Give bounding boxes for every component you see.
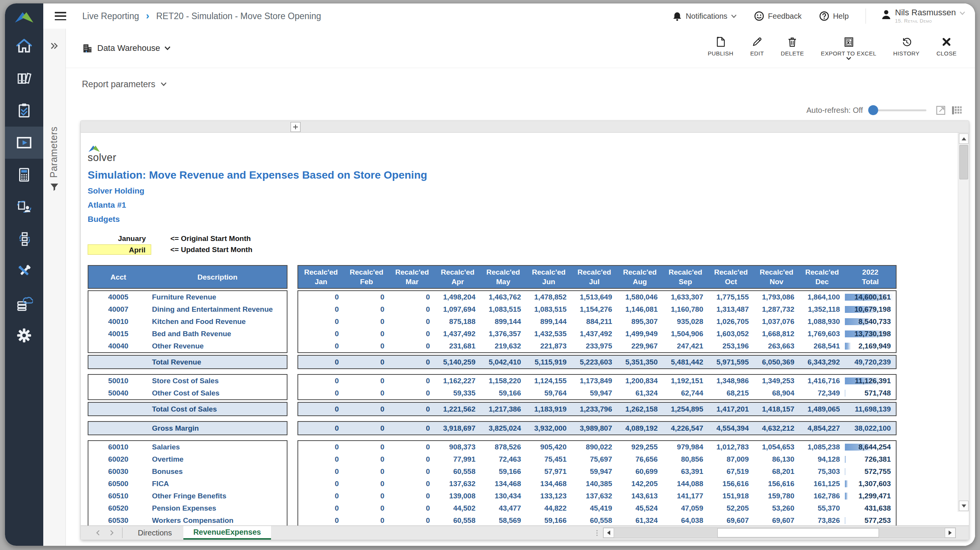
cell-description: Other Cost of Sales — [148, 389, 287, 397]
sidebar-item-tasks[interactable] — [5, 94, 43, 127]
section-left-box: Gross Margin — [88, 421, 287, 435]
sidebar-item-process[interactable] — [5, 223, 43, 255]
cell-month-value: 0 — [389, 405, 435, 413]
sidebar-item-library[interactable] — [5, 62, 43, 94]
header-month: Recalc'edMar — [389, 266, 435, 288]
sidebar-item-reports[interactable] — [5, 127, 43, 159]
cell-month-value: 60,699 — [617, 467, 663, 476]
cell-month-value: 69,607 — [754, 516, 799, 525]
cell-total-value: 38,022,100 — [845, 424, 896, 433]
cell-month-value: 68,904 — [754, 389, 799, 397]
cell-month-value: 59,947 — [572, 389, 617, 397]
cell-month-value: 0 — [389, 342, 435, 350]
cell-month-value: 0 — [389, 504, 435, 513]
header-month: Recalc'edAug — [617, 266, 663, 288]
header-total: 2022Total — [845, 266, 896, 288]
history-button[interactable]: HISTORY — [885, 36, 928, 57]
add-button[interactable] — [291, 122, 301, 132]
table-row: 0001,097,6941,083,5151,083,5151,154,2761… — [298, 303, 896, 316]
scroll-up-button[interactable] — [959, 133, 969, 144]
cell-month-value: 76,656 — [617, 455, 663, 464]
expand-panel-icon[interactable] — [50, 42, 59, 51]
data-source-selector[interactable]: Data Warehouse — [82, 43, 170, 54]
table-row: 40015Bed and Bath Revenue — [88, 328, 287, 340]
vertical-scroll-thumb[interactable] — [959, 145, 968, 179]
delete-button[interactable]: DELETE — [772, 36, 812, 57]
cell-month-value: 0 — [298, 504, 344, 513]
cell-month-value: 133,123 — [526, 492, 572, 500]
cell-month-value: 57,971 — [526, 467, 572, 476]
sidebar-item-home[interactable] — [5, 30, 43, 62]
original-start-month-note: <= Original Start Month — [170, 234, 251, 243]
user-menu[interactable]: Nils Rasmussen 15. Retail Demo — [881, 8, 965, 24]
viewport-header-strip — [81, 121, 969, 133]
cell-month-value: 156,616 — [708, 480, 754, 488]
next-sheet-icon[interactable] — [110, 530, 114, 535]
cell-month-value: 52,205 — [708, 504, 754, 513]
section-left-box: 60010Salaries60020Overtime60030Bonuses60… — [88, 440, 287, 526]
open-in-window-icon[interactable] — [936, 105, 946, 116]
chevron-down-icon — [161, 82, 167, 86]
scroll-down-button[interactable] — [959, 501, 969, 511]
edit-button[interactable]: EDIT — [742, 36, 773, 57]
section-right-box: 0001,162,2271,158,2201,124,1551,173,8491… — [297, 374, 897, 400]
report-parameters-toggle[interactable]: Report parameters — [82, 79, 167, 89]
cell-acct: 50010 — [88, 377, 148, 385]
sidebar-item-collaboration[interactable] — [5, 191, 43, 223]
breadcrumb-section[interactable]: Live Reporting — [82, 11, 139, 21]
cell-description: Furniture Revenue — [148, 293, 287, 301]
cell-total-value: 11,126,391 — [845, 377, 896, 385]
cell-month-value: 247,421 — [663, 342, 708, 350]
table-row: 50040Other Cost of Sales — [88, 387, 287, 399]
cell-month-value: 1,124,155 — [526, 377, 572, 385]
sidebar-item-tools[interactable] — [5, 255, 43, 287]
cell-total-value: 1,307,603 — [845, 480, 896, 488]
slider-knob[interactable] — [868, 105, 878, 115]
tab-revenue-expenses[interactable]: RevenueExpenses — [183, 526, 271, 540]
table-section-expenses: 60010Salaries60020Overtime60030Bonuses60… — [88, 440, 969, 526]
cell-description: Dining and Entertainment Revenue — [148, 305, 287, 314]
cell-month-value: 0 — [344, 504, 389, 513]
cell-month-value: 1,499,949 — [617, 330, 663, 338]
cell-month-value: 59,166 — [526, 516, 572, 525]
help-button[interactable]: Help — [819, 11, 849, 21]
scroll-left-button[interactable] — [603, 528, 614, 538]
cell-month-value: 1,417,201 — [708, 405, 754, 413]
cell-month-value: 0 — [344, 342, 389, 350]
cell-month-value: 45,419 — [572, 504, 617, 513]
prev-sheet-icon[interactable] — [96, 530, 100, 535]
cell-month-value: 63,391 — [663, 467, 708, 476]
cell-total-value: 431,638 — [845, 504, 896, 513]
data-source-label: Data Warehouse — [97, 43, 160, 53]
cell-month-value: 44,822 — [526, 504, 572, 513]
publish-button[interactable]: PUBLISH — [699, 36, 742, 57]
help-icon — [819, 11, 829, 21]
section-right-box: 0001,221,5621,217,3861,183,9191,233,7961… — [297, 402, 897, 416]
notifications-button[interactable]: Notifications — [673, 11, 737, 21]
menu-icon[interactable] — [55, 12, 66, 20]
updated-start-month-cell[interactable]: April — [88, 244, 151, 255]
feedback-button[interactable]: Feedback — [754, 11, 802, 21]
splitter-handle[interactable] — [596, 530, 598, 536]
sidebar-item-data-cloud[interactable] — [5, 287, 43, 319]
close-button[interactable]: CLOSE — [928, 36, 965, 57]
sidebar-item-settings[interactable] — [5, 319, 43, 351]
main-area: Live Reporting › RET20 - Simulation - Mo… — [43, 3, 975, 546]
horizontal-scroll-track[interactable] — [614, 528, 945, 538]
cell-month-value: 6,343,292 — [799, 358, 845, 366]
tab-directions[interactable]: Directions — [126, 526, 183, 540]
cell-month-value: 59,764 — [526, 389, 572, 397]
horizontal-scroll-thumb[interactable] — [717, 528, 879, 537]
sidebar-item-calculator[interactable] — [5, 159, 43, 191]
filter-icon[interactable] — [50, 182, 59, 193]
auto-refresh-slider[interactable] — [869, 105, 926, 115]
cell-month-value: 1,348,986 — [708, 377, 754, 385]
cell-month-value: 59,335 — [435, 389, 480, 397]
table-view-icon[interactable] — [951, 105, 962, 116]
delete-label: DELETE — [781, 50, 804, 57]
vertical-scrollbar[interactable] — [958, 133, 969, 512]
scroll-right-button[interactable] — [945, 528, 956, 538]
parameters-label[interactable]: Parameters — [48, 82, 59, 178]
horizontal-scrollbar[interactable] — [603, 527, 956, 538]
export-to-excel-button[interactable]: EXPORT TO EXCEL — [812, 36, 885, 60]
